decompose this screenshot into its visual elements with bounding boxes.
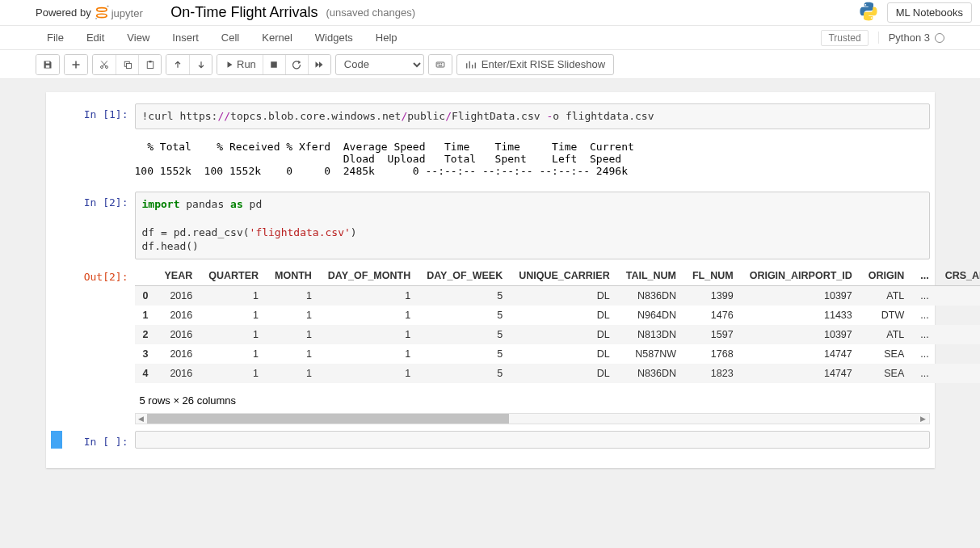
copy-button[interactable] — [116, 55, 138, 74]
toolbar: Run Code Enter/Exit RISE Slideshow — [0, 50, 980, 79]
column-header: ... — [912, 266, 936, 286]
svg-rect-11 — [147, 61, 154, 68]
menu-help[interactable]: Help — [364, 32, 409, 44]
rise-slideshow-button[interactable]: Enter/Exit RISE Slideshow — [456, 54, 614, 75]
header: Powered by jupyter On-Time Flight Arriva… — [0, 0, 980, 26]
column-header: DAY_OF_MONTH — [320, 266, 418, 286]
column-header: ORIGIN — [860, 266, 912, 286]
kernel-name: Python 3 — [889, 32, 930, 44]
code-cell[interactable]: In [ ]: — [51, 428, 930, 452]
python-icon — [858, 1, 887, 24]
input-prompt: In [2]: — [62, 192, 135, 259]
table-row: 120161115DLN964DN147611433DTW... — [135, 306, 981, 325]
column-header: CRS_ARR_ — [937, 266, 980, 286]
menu-edit[interactable]: Edit — [75, 32, 116, 44]
menu-view[interactable]: View — [116, 32, 161, 44]
interrupt-button[interactable] — [263, 55, 285, 74]
move-down-button[interactable] — [189, 55, 212, 74]
notebook-container: In [1]: !curl https://topcs.blob.core.wi… — [46, 92, 935, 468]
column-header: UNIQUE_CARRIER — [511, 266, 618, 286]
svg-point-6 — [870, 17, 872, 19]
trusted-indicator[interactable]: Trusted — [821, 30, 868, 46]
code-cell[interactable]: In [1]: !curl https://topcs.blob.core.wi… — [51, 100, 930, 133]
svg-point-1 — [96, 14, 106, 17]
code-cell[interactable]: In [2]: import pandas as pd df = pd.read… — [51, 188, 930, 263]
menubar: FileEditViewInsertCellKernelWidgetsHelp … — [0, 26, 980, 50]
menu-insert[interactable]: Insert — [161, 32, 210, 44]
menu-cell[interactable]: Cell — [210, 32, 250, 44]
kernel-indicator[interactable]: Python 3 — [878, 32, 944, 44]
command-palette-button[interactable] — [429, 55, 452, 74]
dataframe-summary: 5 rows × 26 columns — [135, 383, 930, 413]
horizontal-scrollbar[interactable]: ◀▶ — [135, 413, 930, 424]
input-prompt: In [1]: — [62, 103, 135, 129]
paste-button[interactable] — [138, 55, 161, 74]
svg-rect-12 — [149, 61, 151, 62]
table-row: 220161115DLN813DN159710397ATL... — [135, 325, 981, 344]
output-prompt: Out[2]: — [62, 266, 135, 424]
column-header: YEAR — [156, 266, 200, 286]
move-up-button[interactable] — [166, 55, 189, 74]
restart-button[interactable] — [285, 55, 308, 74]
powered-by-label: Powered by — [36, 6, 91, 19]
svg-point-0 — [96, 7, 106, 11]
jupyter-logo[interactable]: jupyter — [95, 4, 162, 22]
table-row: 320161115DLN587NW176814747SEA... — [135, 344, 981, 364]
stdout-output: % Total % Received % Xferd Average Speed… — [135, 136, 930, 185]
restart-run-all-button[interactable] — [308, 55, 330, 74]
menu-kernel[interactable]: Kernel — [250, 32, 304, 44]
menu-file[interactable]: File — [36, 32, 75, 44]
code-input[interactable]: !curl https://topcs.blob.core.windows.ne… — [135, 103, 930, 129]
table-row: 020161115DLN836DN139910397ATL... — [135, 285, 981, 306]
kernel-status-icon — [935, 33, 944, 43]
table-row: 420161115DLN836DN182314747SEA... — [135, 364, 981, 383]
output-area: % Total % Received % Xferd Average Speed… — [51, 133, 930, 188]
svg-point-2 — [107, 5, 108, 6]
dataframe-output: YEARQUARTERMONTHDAY_OF_MONTHDAY_OF_WEEKU… — [135, 266, 930, 424]
code-input[interactable]: import pandas as pd df = pd.read_csv('fl… — [135, 192, 930, 259]
output-area: Out[2]: YEARQUARTERMONTHDAY_OF_MONTHDAY_… — [51, 263, 930, 428]
run-button[interactable]: Run — [217, 55, 263, 74]
column-header: QUARTER — [200, 266, 267, 286]
column-header: MONTH — [267, 266, 320, 286]
cell-type-select[interactable]: Code — [335, 54, 424, 75]
input-prompt: In [ ]: — [62, 431, 135, 449]
column-header: ORIGIN_AIRPORT_ID — [742, 266, 860, 286]
save-status: (unsaved changes) — [326, 6, 416, 19]
menu-widgets[interactable]: Widgets — [304, 32, 364, 44]
column-header: FL_NUM — [684, 266, 742, 286]
add-cell-button[interactable] — [65, 55, 87, 74]
svg-rect-13 — [271, 61, 278, 68]
cut-button[interactable] — [93, 55, 116, 74]
notebook-title[interactable]: On-Time Flight Arrivals — [170, 4, 318, 21]
svg-point-5 — [864, 4, 866, 6]
svg-point-3 — [95, 17, 97, 19]
code-input[interactable] — [135, 431, 930, 449]
panel-button[interactable]: ML Notebooks — [887, 2, 972, 23]
column-header: DAY_OF_WEEK — [418, 266, 511, 286]
svg-rect-10 — [126, 63, 131, 68]
column-header: TAIL_NUM — [618, 266, 684, 286]
save-button[interactable] — [36, 55, 59, 74]
svg-text:jupyter: jupyter — [110, 6, 143, 19]
